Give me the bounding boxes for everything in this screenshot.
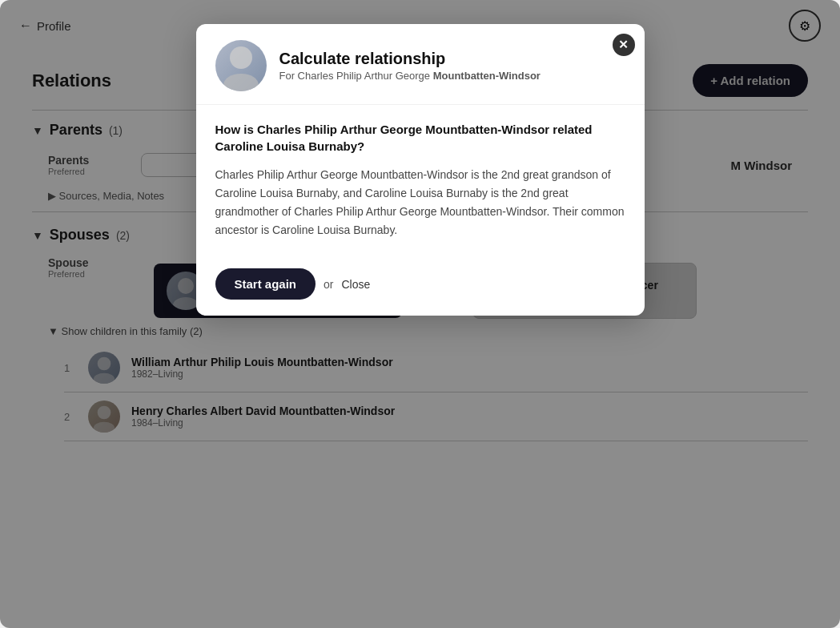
modal-avatar	[215, 40, 267, 91]
modal-body: How is Charles Philip Arthur George Moun…	[196, 105, 645, 256]
start-again-button[interactable]: Start again	[215, 268, 316, 300]
modal-subtitle-bold: Mountbatten-Windsor	[433, 70, 541, 82]
modal-or-text: or	[324, 278, 333, 291]
modal-answer: Charles Philip Arthur George Mountbatten…	[215, 166, 625, 240]
modal-close-button[interactable]: ✕	[613, 34, 635, 56]
modal-title-block: Calculate relationship For Charles Phili…	[279, 50, 541, 82]
modal-subtitle: For Charles Philip Arthur George Mountba…	[279, 70, 541, 82]
modal-overlay: ✕ Calculate relationship For Charles Phi…	[0, 0, 840, 628]
modal-header: Calculate relationship For Charles Phili…	[196, 24, 645, 105]
calculate-relationship-modal: ✕ Calculate relationship For Charles Phi…	[196, 24, 645, 316]
modal-title: Calculate relationship	[279, 50, 541, 68]
modal-close-link[interactable]: Close	[341, 278, 370, 291]
svg-point-9	[223, 74, 259, 91]
modal-question: How is Charles Philip Arthur George Moun…	[215, 121, 625, 155]
svg-point-8	[230, 46, 252, 69]
modal-footer: Start again or Close	[196, 256, 645, 316]
modal-subtitle-prefix: For Charles Philip Arthur George	[279, 70, 433, 82]
